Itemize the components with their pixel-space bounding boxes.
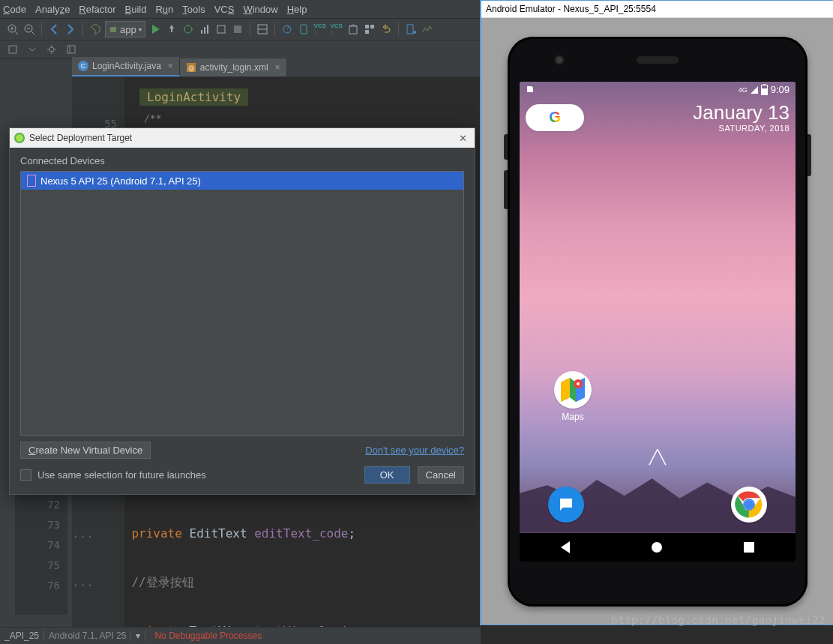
menu-tools[interactable]: Tools [182,4,205,15]
stop-icon[interactable] [231,22,244,36]
svg-rect-17 [234,25,241,33]
nav-forward-icon[interactable] [64,22,77,36]
project-structure-icon[interactable] [363,22,376,36]
java-class-icon: C [78,61,88,71]
android-nav-bar [520,533,796,562]
run-config-combo[interactable]: app ▾ [105,21,145,37]
run-icon[interactable] [148,22,162,36]
nav-recents-icon[interactable] [744,542,754,553]
phone-frame: 4G 9:09 G January 13 SATURDAY, 2018 [508,37,808,607]
sync-gradle-icon[interactable] [280,22,294,36]
date-widget[interactable]: January 13 SATURDAY, 2018 [693,103,790,133]
status-api: Android 7.1, API 25 [44,631,130,641]
menu-code[interactable]: Code [3,4,26,15]
cancel-button[interactable]: Cancel [418,466,464,484]
close-tab-icon[interactable]: × [168,61,173,71]
layout-editor-icon[interactable] [256,22,269,36]
app-drawer-handle[interactable]: ╱╲ [649,449,666,466]
svg-rect-22 [349,26,357,34]
profile-icon[interactable] [198,22,211,36]
debug-icon[interactable] [181,22,195,36]
vcs-update-icon[interactable]: VCS↓ [313,22,327,36]
editor-tab-login-activity[interactable]: C LoginActivity.java × [72,57,180,76]
svg-text:◎: ◎ [188,64,195,72]
app-label: Maps [554,412,592,422]
svg-line-5 [31,31,34,34]
attach-debugger-icon[interactable] [214,22,228,36]
use-same-selection-checkbox[interactable]: Use same selection for future launches [20,469,206,481]
dialog-title: Select Deployment Target [29,133,132,143]
expand-all-icon[interactable] [6,43,19,56]
status-device[interactable]: _API_25 [0,631,44,641]
line-number: 74 [15,535,60,556]
device-file-explorer-icon[interactable] [404,22,418,36]
android-icon [109,25,118,34]
status-device-dropdown[interactable]: ▾ [130,631,145,641]
app-maps[interactable]: Maps [554,371,592,422]
svg-rect-16 [217,25,225,33]
settings-icon[interactable] [45,43,58,56]
svg-rect-24 [370,25,374,28]
volume-down-button[interactable] [504,170,508,209]
menu-build[interactable]: Build [125,4,147,15]
create-virtual-device-button[interactable]: Create New Virtual Device [20,442,151,459]
front-camera [554,55,565,65]
zoom-out-icon[interactable] [22,22,36,36]
gutter-lower: 72 73 74 75 76 [15,495,67,615]
vcs-commit-icon[interactable]: VCS↑ [330,22,343,36]
comment: //登录按钮 [131,575,193,589]
hide-panel-icon[interactable] [64,43,78,56]
android-status-bar[interactable]: 4G 9:09 [520,82,796,98]
line-number: 72 [15,495,60,515]
menu-window[interactable]: Window [243,4,277,15]
collapse-all-icon[interactable] [25,43,39,56]
close-tab-icon[interactable]: × [275,62,280,73]
checkbox-icon [20,469,31,481]
watermark: http://blog.csdn.net/gaojinwei22 [611,614,826,626]
menu-refactor[interactable]: Refactor [79,4,115,15]
android-studio-icon [14,133,25,143]
ok-button[interactable]: OK [364,466,410,484]
status-no-debuggable: No Debuggable Processes [145,631,262,641]
zoom-in-icon[interactable] [6,22,19,36]
svg-rect-28 [9,46,16,53]
volume-up-button[interactable] [504,134,508,160]
svg-rect-26 [407,25,413,34]
dialog-close-icon[interactable]: ✕ [456,133,470,144]
device-list[interactable]: Nexus 5 API 25 (Android 7.1, API 25) [20,171,464,436]
app-messages[interactable] [548,487,584,523]
menu-run[interactable]: Run [155,4,173,15]
editor-tab-label: LoginActivity.java [92,61,161,71]
run-config-label: app [120,24,136,35]
avd-manager-icon[interactable] [297,22,310,36]
dont-see-device-link[interactable]: Don't see your device? [365,445,464,456]
date-sub: SATURDAY, 2018 [693,124,790,133]
emulator-window: Android Emulator - Nexus_5_API_25:5554 4… [480,0,833,625]
app-chrome[interactable] [731,487,767,523]
android-profiler-icon[interactable] [421,22,434,36]
sdk-manager-icon[interactable] [346,22,360,36]
undo-icon[interactable] [379,22,393,36]
editor-tab-activity-login-xml[interactable]: ◎ activity_login.xml × [180,58,287,76]
phone-icon [27,175,36,187]
nav-back-icon[interactable] [561,541,570,553]
signal-icon [751,86,758,94]
make-project-icon[interactable] [88,22,102,36]
dialog-titlebar[interactable]: Select Deployment Target ✕ [10,128,475,148]
editor-tabs: C LoginActivity.java × ◎ activity_login.… [72,57,480,77]
svg-rect-7 [110,27,116,32]
phone-screen[interactable]: 4G 9:09 G January 13 SATURDAY, 2018 [520,82,796,562]
menu-help[interactable]: Help [287,4,307,15]
nav-home-icon[interactable] [652,542,662,553]
google-search-pill[interactable]: G [526,104,584,131]
apply-changes-icon[interactable] [165,22,178,36]
nav-back-icon[interactable] [47,22,61,36]
menu-analyze[interactable]: Analyze [35,4,70,15]
date-main: January 13 [693,103,790,122]
menu-bar: Code Analyze Refactor Build Run Tools VC… [0,0,481,19]
device-row-nexus5[interactable]: Nexus 5 API 25 (Android 7.1, API 25) [21,172,463,190]
power-button[interactable] [808,134,811,176]
svg-point-9 [184,25,192,33]
emulator-title: Android Emulator - Nexus_5_API_25:5554 [481,1,833,18]
menu-vcs[interactable]: VCS [214,4,235,15]
